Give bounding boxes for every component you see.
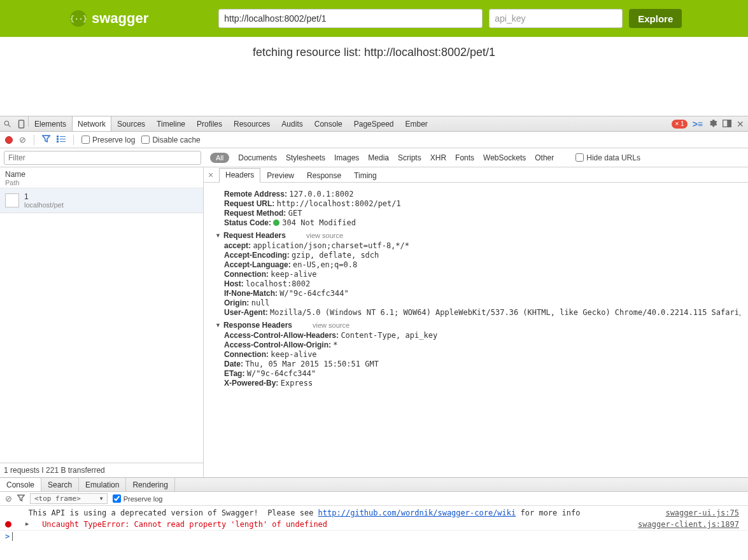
tab-ember[interactable]: Ember	[399, 116, 433, 131]
svg-rect-9	[57, 141, 59, 143]
detail-tab-response[interactable]: Response	[300, 169, 348, 183]
svg-rect-6	[60, 136, 66, 137]
tab-timeline[interactable]: Timeline	[151, 116, 191, 131]
console-log-line: This API is using a deprecated version o…	[0, 507, 748, 519]
console-error-line: ▶ Uncaught TypeError: Cannot read proper…	[0, 519, 748, 530]
type-media[interactable]: Media	[368, 153, 389, 162]
detail-tab-timing[interactable]: Timing	[348, 169, 383, 183]
view-source-link-2[interactable]: view source	[313, 321, 349, 329]
console-link[interactable]: http://github.com/wordnik/swagger-core/w…	[318, 508, 516, 517]
console-output: This API is using a deprecated version o…	[0, 506, 748, 560]
network-filter-input[interactable]	[4, 151, 201, 165]
tab-pagespeed[interactable]: PageSpeed	[348, 116, 400, 131]
expand-error-icon[interactable]: ▶	[25, 521, 29, 527]
type-fonts[interactable]: Fonts	[455, 153, 474, 162]
api-key-input[interactable]	[489, 9, 623, 28]
tab-profiles[interactable]: Profiles	[191, 116, 228, 131]
network-toolbar: ⊘ Preserve log Disable cache	[0, 132, 748, 148]
view-mode-icon[interactable]	[57, 135, 66, 144]
tab-audits[interactable]: Audits	[276, 116, 308, 131]
request-headers-section[interactable]: ▼Request Headersview source	[215, 231, 740, 240]
request-thumb-icon	[5, 193, 19, 207]
type-images[interactable]: Images	[334, 153, 359, 162]
view-source-link[interactable]: view source	[306, 232, 343, 239]
close-devtools-icon[interactable]: ✕	[737, 119, 744, 129]
disable-cache-checkbox[interactable]: Disable cache	[141, 136, 200, 144]
request-row[interactable]: 1 localhost/pet	[0, 188, 203, 213]
error-count-badge[interactable]: 1	[672, 120, 688, 129]
clear-icon[interactable]: ⊘	[19, 135, 26, 144]
svg-rect-4	[728, 120, 731, 127]
detail-tab-headers[interactable]: Headers	[219, 168, 260, 183]
network-filter-row: All Documents Stylesheets Images Media S…	[0, 148, 748, 167]
svg-rect-2	[18, 120, 24, 128]
detail-tabs: × Headers Preview Response Timing	[204, 167, 748, 183]
tab-console[interactable]: Console	[309, 116, 348, 131]
tab-resources[interactable]: Resources	[228, 116, 276, 131]
request-name: 1	[24, 192, 64, 201]
request-path: localhost/pet	[24, 201, 64, 209]
console-prompt[interactable]: >	[0, 530, 748, 542]
swagger-logo: {··} swagger	[70, 10, 148, 27]
type-all-pill[interactable]: All	[210, 153, 229, 163]
svg-rect-7	[57, 138, 59, 140]
type-scripts[interactable]: Scripts	[398, 153, 421, 162]
close-detail-icon[interactable]: ×	[206, 170, 219, 182]
device-mode-icon[interactable]	[14, 116, 28, 131]
svg-rect-8	[60, 139, 66, 139]
list-header[interactable]: Name Path	[0, 167, 203, 188]
response-headers-section[interactable]: ▼Response Headersview source	[215, 321, 740, 330]
tab-sources[interactable]: Sources	[111, 116, 151, 131]
network-request-list: Name Path 1 localhost/pet 1 requests I 2…	[0, 167, 204, 477]
type-other[interactable]: Other	[535, 153, 554, 162]
list-header-name: Name	[5, 170, 198, 179]
list-header-path: Path	[5, 179, 198, 186]
drawer-tab-search[interactable]: Search	[41, 478, 79, 491]
type-websockets[interactable]: WebSockets	[483, 153, 526, 162]
record-icon[interactable]	[5, 136, 13, 144]
inspect-icon[interactable]	[0, 116, 14, 131]
hide-data-urls-checkbox[interactable]: Hide data URLs	[575, 153, 640, 162]
filter-toggle-icon[interactable]	[42, 135, 50, 144]
network-detail: × Headers Preview Response Timing Remote…	[204, 167, 748, 477]
toggle-drawer-icon[interactable]: >≡	[693, 119, 703, 129]
preserve-log-checkbox[interactable]: Preserve log	[81, 136, 135, 144]
api-url-input[interactable]	[218, 9, 483, 28]
type-documents[interactable]: Documents	[238, 153, 277, 162]
devtools-tabs: Elements Network Sources Timeline Profil…	[29, 116, 434, 131]
drawer-tab-rendering[interactable]: Rendering	[126, 478, 174, 491]
type-stylesheets[interactable]: Stylesheets	[286, 153, 325, 162]
devtools-toolbar: Elements Network Sources Timeline Profil…	[0, 116, 748, 132]
headers-body: Remote Address: 127.0.0.1:8002 Request U…	[204, 183, 748, 477]
svg-point-0	[4, 121, 9, 125]
frame-selector[interactable]: <top frame>▼	[30, 493, 108, 504]
drawer-tabs: Console Search Emulation Rendering	[0, 478, 748, 492]
settings-gear-icon[interactable]	[708, 118, 717, 130]
fetching-message: fetching resource list: http://localhost…	[0, 37, 748, 78]
svg-rect-10	[60, 141, 66, 142]
console-source-link[interactable]: swagger-ui.js:75	[653, 508, 739, 517]
swagger-header: {··} swagger Explore	[0, 0, 748, 37]
detail-tab-preview[interactable]: Preview	[260, 169, 300, 183]
tab-network[interactable]: Network	[72, 116, 111, 131]
console-toolbar: ⊘ <top frame>▼ Preserve log	[0, 492, 748, 506]
svg-rect-5	[57, 136, 59, 137]
explore-button[interactable]: Explore	[629, 9, 682, 28]
dock-side-icon[interactable]	[723, 119, 731, 129]
status-dot-icon	[273, 220, 279, 226]
type-xhr[interactable]: XHR	[430, 153, 446, 162]
devtools-panel: Elements Network Sources Timeline Profil…	[0, 116, 748, 560]
console-clear-icon[interactable]: ⊘	[5, 494, 12, 503]
console-preserve-log-checkbox[interactable]: Preserve log	[113, 494, 163, 503]
swagger-logo-icon: {··}	[70, 10, 87, 27]
drawer-tab-emulation[interactable]: Emulation	[79, 478, 126, 491]
devtools-drawer: Console Search Emulation Rendering ⊘ <to…	[0, 477, 748, 560]
network-summary: 1 requests I 221 B transferred	[0, 463, 203, 477]
tab-elements[interactable]: Elements	[29, 116, 72, 131]
drawer-tab-console[interactable]: Console	[0, 478, 41, 491]
network-main: Name Path 1 localhost/pet 1 requests I 2…	[0, 167, 748, 477]
svg-line-1	[8, 125, 10, 127]
swagger-logo-text: swagger	[92, 10, 148, 27]
console-error-source-link[interactable]: swagger-client.js:1897	[625, 520, 739, 529]
console-filter-icon[interactable]	[17, 494, 25, 503]
